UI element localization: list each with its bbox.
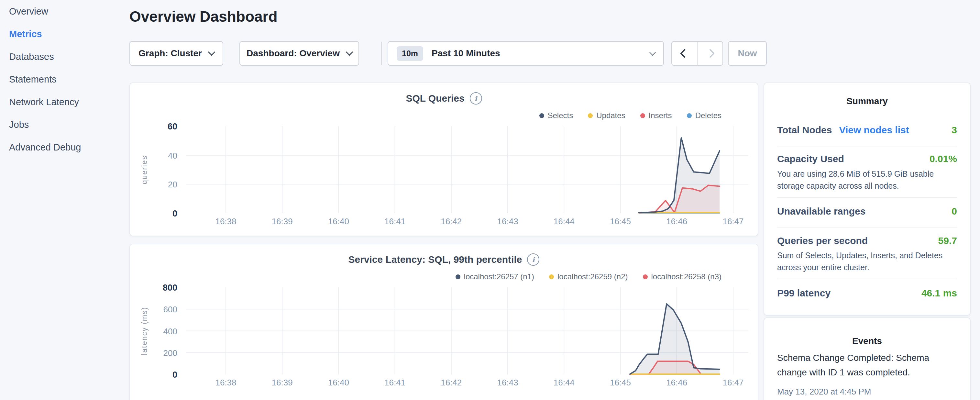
svg-text:20: 20 (168, 180, 177, 189)
sidebar-item-databases[interactable]: Databases (0, 45, 129, 68)
divider (777, 147, 957, 147)
time-window-selector[interactable]: 10m Past 10 Minutes (388, 41, 664, 66)
svg-text:16:45: 16:45 (610, 378, 631, 387)
svg-text:16:43: 16:43 (497, 217, 518, 226)
svg-text:800: 800 (163, 283, 177, 293)
service-latency-chart-card: Service Latency: SQL, 99th percentile i … (129, 244, 758, 400)
dashboard-dropdown[interactable]: Dashboard: Overview (239, 41, 359, 66)
service-latency-chart: 020040060080016:3816:3916:4016:4116:4216… (130, 244, 759, 398)
page-title: Overview Dashboard (129, 8, 278, 25)
sidebar-item-advanced-debug[interactable]: Advanced Debug (0, 136, 129, 159)
sql-queries-chart: 020406016:3816:3916:4016:4116:4216:4316:… (130, 83, 759, 237)
chevron-down-icon (208, 49, 215, 56)
summary-row-label: Queries per second (777, 235, 868, 246)
view-nodes-list-link[interactable]: View nodes list (839, 124, 909, 135)
divider (777, 227, 957, 228)
sidebar-item-network-latency[interactable]: Network Latency (0, 91, 129, 113)
svg-text:400: 400 (163, 327, 177, 336)
summary-row-description: You are using 28.6 MiB of 515.9 GiB usab… (777, 168, 959, 192)
summary-row-label: Total Nodes (777, 124, 832, 135)
sql-queries-chart-card: SQL Queries i SelectsUpdatesInsertsDelet… (129, 83, 758, 236)
svg-text:16:38: 16:38 (215, 378, 236, 387)
summary-row-value: 3 (951, 124, 957, 135)
sidebar-item-statements[interactable]: Statements (0, 68, 129, 91)
time-next-button[interactable] (697, 42, 722, 65)
event-message[interactable]: Schema Change Completed: Schema change w… (777, 351, 932, 379)
event-timestamp: May 13, 2020 at 4:45 PM (777, 387, 871, 397)
summary-row-value: 0 (951, 206, 957, 217)
summary-row-queries-per-second: Queries per second 59.7 (777, 235, 957, 246)
svg-text:16:43: 16:43 (497, 378, 518, 387)
sidebar-item-metrics[interactable]: Metrics (0, 23, 129, 45)
svg-text:16:42: 16:42 (441, 378, 462, 387)
svg-text:latency (ms): latency (ms) (140, 307, 148, 355)
svg-text:16:39: 16:39 (272, 217, 293, 226)
svg-text:16:40: 16:40 (328, 217, 349, 226)
events-panel: Events Schema Change Completed: Schema c… (764, 317, 970, 400)
svg-text:0: 0 (172, 209, 177, 218)
summary-row-label: Capacity Used (777, 153, 844, 164)
svg-text:16:46: 16:46 (666, 217, 687, 226)
summary-row-value: 46.1 ms (921, 288, 957, 299)
svg-text:16:45: 16:45 (610, 217, 631, 226)
svg-text:0: 0 (172, 370, 177, 379)
svg-text:16:47: 16:47 (722, 378, 743, 387)
time-window-label: Past 10 Minutes (431, 48, 500, 59)
svg-text:16:41: 16:41 (384, 378, 406, 387)
svg-text:16:38: 16:38 (215, 217, 236, 226)
now-button[interactable]: Now (728, 41, 767, 66)
summary-row-unavailable-ranges: Unavailable ranges 0 (777, 206, 957, 217)
summary-title: Summary (764, 96, 970, 107)
summary-panel: Summary Total Nodes View nodes list 3 Ca… (764, 83, 970, 316)
graph-dropdown[interactable]: Graph: Cluster (129, 41, 223, 66)
summary-row-value: 59.7 (938, 235, 957, 246)
chevron-left-icon (680, 49, 689, 58)
summary-row-value: 0.01% (929, 153, 957, 164)
chevron-down-icon (649, 49, 656, 56)
svg-text:60: 60 (168, 122, 177, 131)
events-title: Events (764, 336, 970, 346)
svg-text:16:47: 16:47 (722, 217, 743, 226)
summary-row-p99-latency: P99 latency 46.1 ms (777, 288, 957, 299)
svg-text:queries: queries (140, 155, 148, 184)
summary-row-label: Unavailable ranges (777, 206, 865, 217)
summary-row-total-nodes: Total Nodes View nodes list 3 (777, 124, 957, 135)
toolbar-divider (381, 42, 382, 65)
svg-text:16:46: 16:46 (666, 378, 687, 387)
now-button-label: Now (738, 48, 757, 59)
divider (777, 197, 957, 198)
sidebar-item-jobs[interactable]: Jobs (0, 113, 129, 136)
svg-text:600: 600 (163, 304, 177, 314)
summary-row-capacity-used: Capacity Used 0.01% (777, 153, 957, 164)
svg-text:16:40: 16:40 (328, 378, 349, 387)
dashboard-dropdown-label: Dashboard: Overview (247, 48, 340, 59)
summary-row-description: Sum of Selects, Updates, Inserts, and De… (777, 250, 959, 274)
graph-dropdown-label: Graph: Cluster (138, 48, 202, 59)
overview-dashboard-page: Overview Metrics Databases Statements Ne… (0, 0, 980, 400)
time-nav-group (671, 41, 723, 66)
time-prev-button[interactable] (672, 42, 697, 65)
chevron-down-icon (346, 49, 353, 56)
summary-row-label: P99 latency (777, 288, 830, 299)
svg-text:16:41: 16:41 (384, 217, 406, 226)
svg-text:16:42: 16:42 (441, 217, 462, 226)
svg-text:16:44: 16:44 (554, 217, 574, 226)
sidebar: Overview Metrics Databases Statements Ne… (0, 0, 129, 159)
svg-text:40: 40 (168, 151, 177, 161)
divider (777, 279, 957, 279)
svg-text:200: 200 (163, 348, 177, 358)
svg-text:16:44: 16:44 (554, 378, 574, 387)
sidebar-item-overview[interactable]: Overview (0, 0, 129, 23)
chevron-right-icon (705, 49, 714, 58)
svg-text:16:39: 16:39 (272, 378, 293, 387)
time-window-badge: 10m (397, 46, 423, 61)
